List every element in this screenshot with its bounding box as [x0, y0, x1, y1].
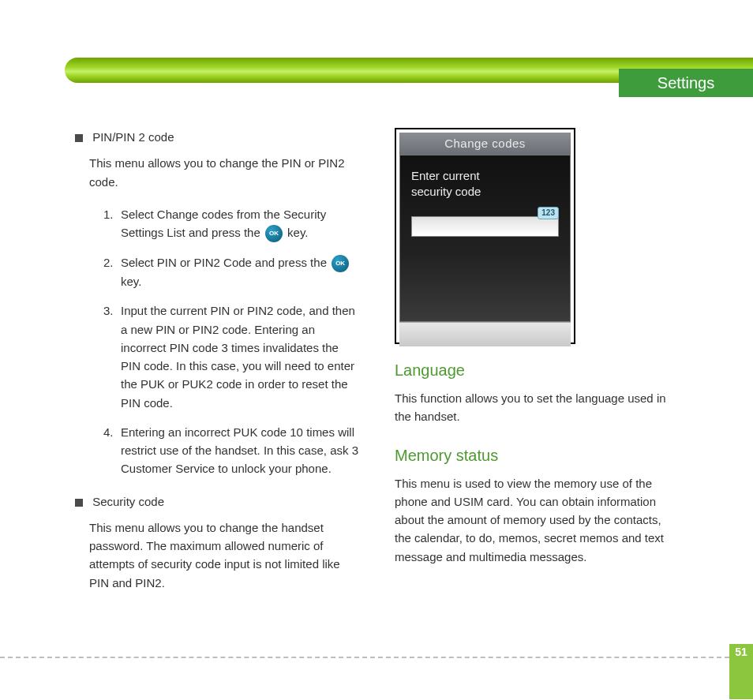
ok-key-icon: OK: [265, 225, 283, 242]
page-number-tab: 51: [729, 644, 753, 699]
phone-prompt-line: security code: [411, 185, 481, 198]
right-column: Change codes Enter current security code…: [395, 128, 679, 583]
phone-code-input: [411, 216, 559, 237]
step-number: 2.: [103, 253, 114, 271]
step-text: Select PIN or PIN2 Code and press the: [121, 256, 330, 269]
phone-screen-title: Change codes: [399, 133, 571, 155]
list-item: 4. Entering an incorrect PUK code 10 tim…: [103, 423, 359, 478]
security-block-title-row: Security code: [75, 492, 359, 511]
section-title: Settings: [657, 74, 714, 92]
input-mode-badge: 123: [538, 207, 559, 219]
phone-inner: Change codes Enter current security code…: [399, 133, 571, 346]
header-ribbon: Settings: [65, 50, 753, 89]
step-number: 1.: [103, 205, 114, 223]
phone-input-row: 123: [411, 216, 559, 237]
step-number: 3.: [103, 301, 114, 320]
pin-block-intro: This menu allows you to change the PIN o…: [89, 154, 359, 191]
memory-status-body: This menu is used to view the memory use…: [395, 474, 679, 566]
pin-steps-list: 1. Select Change codes from the Security…: [103, 205, 359, 478]
section-title-box: Settings: [619, 69, 753, 97]
list-item: 2. Select PIN or PIN2 Code and press the…: [103, 253, 359, 290]
step-text: Input the current PIN or PIN2 code, and …: [121, 304, 355, 409]
step-number: 4.: [103, 423, 114, 441]
list-item: 1. Select Change codes from the Security…: [103, 205, 359, 242]
phone-screenshot: Change codes Enter current security code…: [395, 128, 575, 344]
square-bullet-icon: [75, 134, 83, 142]
list-item: 3. Input the current PIN or PIN2 code, a…: [103, 301, 359, 412]
left-column: PIN/PIN 2 code This menu allows you to c…: [75, 128, 359, 606]
footer-dashed-line: [0, 657, 753, 658]
language-body: This function allows you to set the lang…: [395, 389, 679, 426]
pin-block-title: PIN/PIN 2 code: [92, 130, 174, 144]
security-block-title: Security code: [92, 495, 164, 508]
page-number: 51: [729, 646, 753, 658]
security-block-body: This menu allows you to change the hands…: [89, 518, 359, 592]
manual-page: Settings PIN/PIN 2 code This menu allows…: [0, 0, 753, 700]
step-text: key.: [287, 226, 308, 239]
phone-screen-body: Enter current security code 123: [399, 155, 571, 322]
ok-key-icon: OK: [332, 255, 349, 272]
step-text: key.: [121, 275, 141, 288]
memory-status-heading: Memory status: [395, 444, 679, 468]
language-heading: Language: [395, 358, 679, 383]
square-bullet-icon: [75, 499, 83, 507]
phone-prompt-line: Enter current: [411, 169, 480, 182]
step-text: Entering an incorrect PUK code 10 times …: [121, 425, 358, 476]
pin-block-title-row: PIN/PIN 2 code: [75, 128, 359, 146]
phone-prompt: Enter current security code: [411, 168, 559, 200]
phone-screen-footer: [399, 322, 571, 346]
